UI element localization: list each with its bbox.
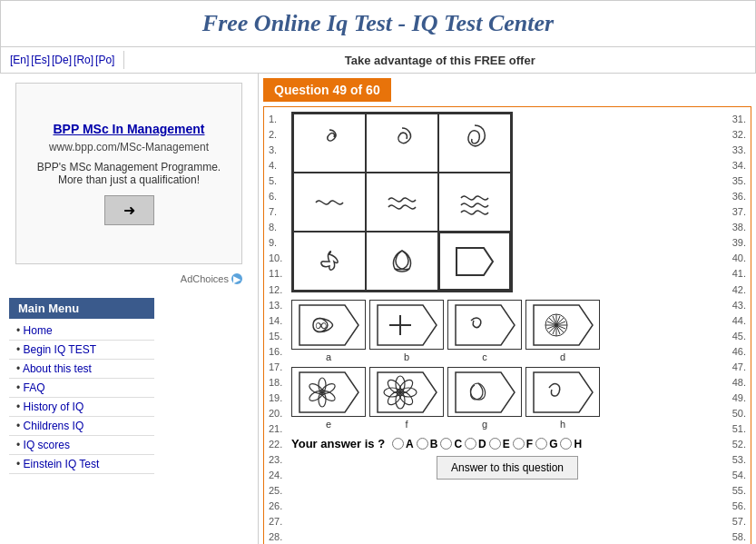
question-area: 1. 2. 3. 4. 5. 6. 7. 8. 9. 10. 11. 12. 1… (263, 106, 751, 544)
option-b[interactable]: b (369, 300, 444, 362)
radio-h[interactable]: H (560, 438, 582, 450)
lang-divider (123, 51, 124, 69)
option-f-label: f (405, 419, 407, 430)
menu-link-history[interactable]: History of IQ (24, 401, 84, 413)
page-header: Free Online Iq Test - IQ Test Center (0, 0, 756, 47)
language-bar: [En] [Es] [De] [Ro] [Po] Take advantage … (0, 47, 756, 74)
answer-row: Your answer is ? A B C D E F G H (291, 437, 723, 450)
menu-link-childrens[interactable]: Childrens IQ (24, 420, 84, 432)
svg-marker-25 (378, 372, 437, 412)
option-g[interactable]: g (447, 367, 522, 430)
right-numbers: 31. 32. 33. 34. 35. 36. 37. 38. 39. 40. … (723, 112, 746, 544)
option-e-label: e (326, 419, 331, 430)
radio-a[interactable]: A (392, 438, 414, 450)
question-matrix (291, 112, 513, 292)
radio-f[interactable]: F (513, 438, 533, 450)
ad-box: BPP MSc In Management www.bpp.com/MSc-Ma… (15, 83, 242, 264)
sidebar: BPP MSc In Management www.bpp.com/MSc-Ma… (0, 74, 259, 544)
menu-item-about[interactable]: About this test (9, 360, 154, 379)
ad-description: BPP's MSc Management Programme. More tha… (30, 161, 228, 186)
svg-marker-36 (534, 372, 593, 412)
lang-ro[interactable]: [Ro] (74, 54, 93, 66)
cell-1-2 (366, 114, 438, 173)
menu-link-scores[interactable]: IQ scores (24, 439, 70, 451)
menu-item-home[interactable]: Home (9, 321, 154, 341)
menu-item-scores[interactable]: IQ scores (9, 436, 154, 455)
menu-item-faq[interactable]: FAQ (9, 379, 154, 398)
cell-1-1 (293, 114, 366, 173)
lang-de[interactable]: [De] (52, 54, 72, 66)
option-d[interactable]: d (525, 300, 600, 362)
menu-item-einstein[interactable]: Einstein IQ Test (9, 455, 154, 474)
lang-po[interactable]: [Po] (95, 54, 114, 66)
option-c[interactable]: c (447, 300, 522, 362)
ad-title[interactable]: BPP MSc In Management (53, 122, 204, 136)
numbered-layout: 1. 2. 3. 4. 5. 6. 7. 8. 9. 10. 11. 12. 1… (269, 112, 746, 544)
radio-c[interactable]: C (440, 438, 462, 450)
svg-marker-0 (457, 248, 493, 275)
svg-marker-1 (299, 305, 358, 345)
radio-b[interactable]: B (417, 438, 438, 450)
question-header-label: Question 49 of 60 (263, 78, 391, 102)
svg-point-22 (308, 389, 324, 402)
option-f[interactable]: f (369, 367, 444, 430)
option-h-label: h (560, 419, 565, 430)
cell-1-3 (438, 114, 511, 173)
option-g-label: g (482, 419, 487, 430)
radio-g[interactable]: G (535, 438, 557, 450)
menu-list: Home Begin IQ TEST About this test FAQ H… (9, 321, 154, 474)
radio-d[interactable]: D (465, 438, 486, 450)
lang-es[interactable]: [Es] (31, 54, 50, 66)
menu-item-childrens[interactable]: Childrens IQ (9, 417, 154, 436)
option-e[interactable]: e (291, 367, 366, 430)
cell-2-1 (293, 173, 366, 232)
submit-button[interactable]: Answer to this question (437, 456, 578, 480)
left-numbers: 1. 2. 3. 4. 5. 6. 7. 8. 9. 10. 11. 12. 1… (269, 112, 291, 544)
offer-text: Take advantage of this FREE offer (133, 54, 746, 67)
cell-2-3 (438, 173, 511, 232)
options-row-1: ∞ a (291, 300, 723, 362)
main-content: Question 49 of 60 1. 2. 3. 4. 5. 6. 7. 8… (259, 74, 756, 544)
menu-item-begin[interactable]: Begin IQ TEST (9, 341, 154, 360)
radio-e[interactable]: E (489, 438, 510, 450)
options-row-2: e (291, 367, 723, 430)
answer-label: Your answer is ? (291, 437, 385, 450)
ad-arrow-button[interactable]: ➜ (104, 195, 154, 225)
svg-marker-6 (456, 305, 515, 345)
ad-choices: AdChoices ▶ (15, 273, 242, 284)
menu-link-einstein[interactable]: Einstein IQ Test (24, 458, 100, 470)
menu-title: Main Menu (9, 298, 154, 319)
option-a[interactable]: ∞ a (291, 300, 366, 362)
svg-point-23 (308, 381, 324, 395)
menu-link-begin[interactable]: Begin IQ TEST (24, 343, 96, 356)
menu-link-about[interactable]: About this test (23, 362, 92, 375)
cell-3-1 (293, 232, 366, 291)
option-b-label: b (404, 351, 409, 362)
language-links[interactable]: [En] [Es] [De] [Ro] [Po] (10, 54, 114, 66)
page-title: Free Online Iq Test - IQ Test Center (19, 10, 737, 37)
menu-item-history[interactable]: History of IQ (9, 398, 154, 417)
option-a-label: a (326, 351, 331, 362)
cell-3-3-answer (438, 232, 511, 291)
cell-2-2 (366, 173, 438, 232)
ad-choices-icon[interactable]: ▶ (231, 273, 242, 284)
option-c-label: c (482, 351, 487, 362)
question-center: ∞ a (291, 112, 723, 544)
option-d-label: d (560, 351, 565, 362)
lang-en[interactable]: [En] (10, 54, 29, 66)
cell-3-2 (366, 232, 438, 291)
ad-url: www.bpp.com/MSc-Management (49, 141, 209, 153)
svg-text:∞: ∞ (315, 316, 327, 334)
menu-link-home[interactable]: Home (24, 324, 53, 337)
main-layout: BPP MSc In Management www.bpp.com/MSc-Ma… (0, 74, 756, 544)
menu-link-faq[interactable]: FAQ (24, 381, 45, 394)
option-h[interactable]: h (525, 367, 600, 430)
ad-arrow-icon: ➜ (123, 202, 135, 219)
